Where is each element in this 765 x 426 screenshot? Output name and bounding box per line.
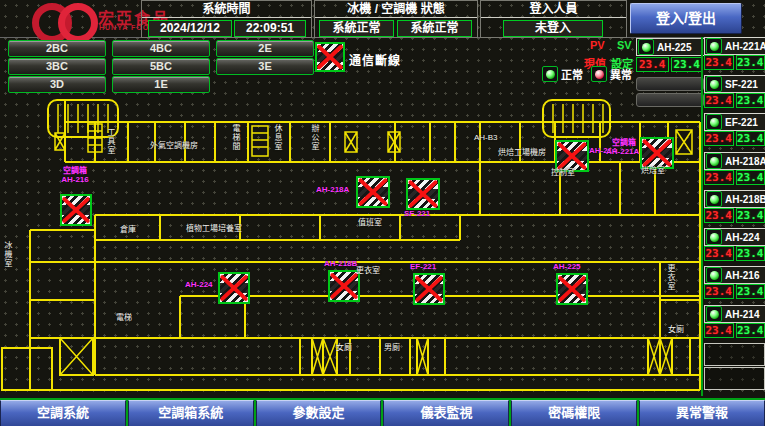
ahu-icon-ef-221[interactable] [413, 273, 445, 305]
unit-values: 23.4 23.4 [704, 208, 765, 223]
login-logout-button[interactable]: 登入/登出 [630, 3, 742, 34]
sv-value: 23.4 [736, 131, 765, 146]
room-label: 電梯 [116, 313, 132, 322]
floor-button-2bc[interactable]: 2BC [8, 40, 106, 57]
status-lamp-icon [706, 191, 722, 207]
login-user-value: 未登入 [503, 20, 603, 37]
ahu-icon-ah-221a[interactable] [640, 137, 674, 169]
floor-button-1e[interactable]: 1E [112, 76, 210, 93]
floor-button-5bc[interactable]: 5BC [112, 58, 210, 75]
map-label-ah-218a: AH-218A [316, 185, 349, 194]
unit-panel-ah-216[interactable]: AH-216 [704, 266, 765, 284]
floor-button-2e[interactable]: 2E [216, 40, 314, 57]
unit-panel-ef-221[interactable]: EF-221 [704, 113, 765, 131]
map-label-ah-218b: AH-218B [324, 259, 357, 268]
unit-values-ah-225: 23.4 23.4 [636, 57, 703, 72]
ahu-icon-ah-218a[interactable] [356, 176, 390, 208]
empty-panel [704, 343, 765, 366]
bottom-nav: 空調系統 空調箱系統 參數設定 儀表監視 密碼權限 異常警報 [0, 398, 765, 426]
sv-value: 23.4 [736, 93, 765, 108]
system-time-section: 系統時間 2024/12/12 22:09:51 [141, 0, 312, 38]
pv-label: PV [590, 39, 605, 51]
sv-value: 23.4 [736, 55, 765, 70]
room-label: 工具室 [106, 128, 115, 155]
chiller-status-value: 系統正常 [319, 20, 394, 37]
room-label: 更衣室 [356, 266, 380, 275]
comm-disconnect-icon [315, 42, 345, 72]
nav-button-password[interactable]: 密碼權限 [511, 400, 637, 426]
floor-button-3d[interactable]: 3D [8, 76, 106, 93]
sv-value: 23.4 [736, 284, 765, 299]
room-label: 倉庫 [120, 225, 136, 234]
unit-panel-ah-221a[interactable]: AH-221A [704, 37, 765, 55]
status-lamp-icon [706, 76, 722, 92]
nav-button-alarm[interactable]: 異常警報 [639, 400, 765, 426]
sv-value: 23.4 [671, 57, 704, 72]
machine-status-title: 冰機 / 空調機 狀態 [315, 1, 477, 18]
unit-panel-ah-214[interactable]: AH-214 [704, 305, 765, 323]
unit-panel-ah-218b[interactable]: AH-218B [704, 190, 765, 208]
room-label: 烘焙室 [641, 166, 665, 175]
unit-panel-ah-225[interactable]: AH-225 [636, 38, 705, 56]
nav-button-ahu-system[interactable]: 空調箱系統 [128, 400, 254, 426]
pv-value: 23.4 [704, 246, 734, 261]
room-label: 男廁 [384, 343, 400, 352]
logo-icon [58, 3, 98, 43]
floor-button-3e[interactable]: 3E [216, 58, 314, 75]
room-label: 女廁 [336, 343, 352, 352]
hmi-screen: 宏亞食品 HUNYA FOODS 系統時間 2024/12/12 22:09:5… [0, 0, 765, 426]
status-lamp-icon [706, 114, 722, 130]
room-label: 休息室 [273, 124, 282, 151]
system-clock-value: 22:09:51 [234, 20, 306, 37]
ahu-status-value: 系統正常 [397, 20, 472, 37]
sv-value: 23.4 [736, 246, 765, 261]
nav-button-ac-system[interactable]: 空調系統 [0, 400, 126, 426]
abnormal-label: 異常 [610, 66, 632, 82]
unit-values: 23.4 23.4 [704, 170, 765, 185]
unit-values: 23.4 23.4 [704, 246, 765, 261]
nav-button-parameters[interactable]: 參數設定 [256, 400, 382, 426]
unit-panel-ah-224[interactable]: AH-224 [704, 228, 765, 246]
floor-button-4bc[interactable]: 4BC [112, 40, 210, 57]
ahu-icon-ah-225[interactable] [556, 273, 588, 305]
status-lamp-icon [706, 306, 722, 322]
pv-value: 23.4 [704, 170, 734, 185]
unit-panel-ah-218a[interactable]: AH-218A [704, 152, 765, 170]
normal-lamp-icon [542, 66, 558, 82]
room-label: 更衣室 [666, 264, 675, 291]
room-label: 外氣空調機房 [150, 141, 210, 150]
unit-panel-sf-221[interactable]: SF-221 [704, 75, 765, 93]
room-label: 冰機室 [3, 241, 12, 268]
room-label: 女廁 [668, 325, 684, 334]
room-label: AH-B3 [474, 133, 498, 142]
status-lamp-icon [706, 38, 722, 54]
sv-value: 23.4 [736, 170, 765, 185]
sv-label: SV [617, 39, 632, 51]
floor-button-3bc[interactable]: 3BC [8, 58, 106, 75]
map-label-ah-225: AH-225 [553, 262, 581, 271]
room-label: 辦公室 [310, 124, 319, 151]
unit-values: 23.4 23.4 [704, 323, 765, 338]
status-lamp-icon [706, 153, 722, 169]
login-section: 登入人員 未登入 [480, 0, 627, 38]
ahu-icon-ah-224[interactable] [218, 272, 250, 304]
abnormal-lamp-icon [591, 66, 607, 82]
unit-values: 23.4 23.4 [704, 93, 765, 108]
normal-label: 正常 [561, 66, 583, 82]
pv-value: 23.4 [704, 131, 734, 146]
status-lamp-icon [706, 229, 722, 245]
sv-value: 23.4 [736, 323, 765, 338]
map-label-ef-221: EF-221 [410, 262, 436, 271]
system-date-value: 2024/12/12 [148, 20, 232, 37]
machine-status-section: 冰機 / 空調機 狀態 系統正常 系統正常 [314, 0, 478, 38]
room-label: 控制室 [551, 168, 575, 177]
pv-value: 23.4 [704, 208, 734, 223]
login-title: 登入人員 [481, 1, 626, 18]
ahu-icon-ah-216[interactable] [60, 194, 92, 226]
nav-button-meter-monitor[interactable]: 儀表監視 [383, 400, 509, 426]
ahu-icon-sf-221[interactable] [406, 178, 440, 210]
room-label: 烘焙工場機房 [498, 148, 554, 157]
legend-abnormal: 異常 [591, 66, 632, 82]
comm-disconnect-label: 通信斷線 [349, 51, 401, 68]
unit-values: 23.4 23.4 [704, 131, 765, 146]
